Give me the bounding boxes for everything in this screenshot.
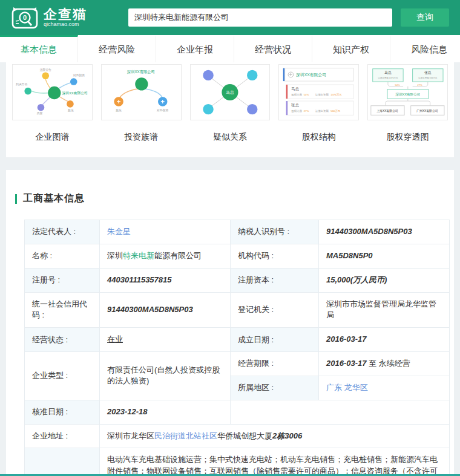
thumb-equity-penetration[interactable]: 马总 认缴出资额 1376万元 张总 认缴出资额 566万元 54% 27% 深… bbox=[367, 64, 448, 143]
table-row: 经营范围 :电动汽车充电基础设施运营；集中式快速充电站；机动车充电销售；充电桩销… bbox=[25, 448, 450, 476]
table-row: 注册号 :440301115357815注册资本 :15,000(万人民币) bbox=[25, 268, 450, 292]
field-value-text: 2栋3006 bbox=[272, 431, 302, 440]
table-row: 企业类型 :有限责任公司(自然人投资或控股的法人独资)经营期限 :2016-03… bbox=[25, 352, 450, 376]
thumb-enterprise-graph[interactable]: 深圳XX有限公司 法院公告 对外投资 判决文书 高管 股东 企业图谱 bbox=[12, 64, 93, 143]
svg-text:认缴出资额: 认缴出资额 bbox=[315, 93, 329, 96]
brand-domain: qichamao.com bbox=[44, 21, 87, 28]
svg-text:566万元: 566万元 bbox=[331, 109, 341, 112]
field-value-text: 特来电新 bbox=[123, 251, 154, 260]
equity-structure-icon: 深圳XX有限公司 马总 股权比例 54% 认缴出资额 1376万元 张总 股权比… bbox=[279, 65, 358, 120]
field-value: 电动汽车充电基础设施运营；集中式快速充电站；机动车充电销售；充电桩销售；新能源汽… bbox=[100, 448, 450, 476]
field-value: 朱金星 bbox=[100, 220, 231, 244]
svg-text:认缴出资额 566万元: 认缴出资额 566万元 bbox=[418, 77, 438, 79]
field-value: 深圳特来电新能源有限公司 bbox=[100, 244, 231, 268]
svg-text:股东: 股东 bbox=[116, 108, 122, 112]
svg-text:法院公告: 法院公告 bbox=[40, 68, 51, 72]
tab-operating-risk[interactable]: 经营风险 bbox=[78, 35, 156, 62]
svg-text:对外投资: 对外投资 bbox=[73, 73, 85, 77]
field-label: 企业类型 : bbox=[25, 352, 100, 400]
field-label: 企业地址 : bbox=[25, 424, 100, 448]
field-value-text: 至 永续经营 bbox=[367, 359, 410, 368]
field-value-link[interactable]: 广东 bbox=[326, 383, 342, 392]
field-value-text: 有限责任公司(自然人投资或控股的法人独资) bbox=[107, 365, 220, 386]
svg-text:27%: 27% bbox=[304, 109, 309, 112]
equity-penetration-icon: 马总 认缴出资额 1376万元 张总 认缴出资额 566万元 54% 27% 深… bbox=[368, 65, 447, 120]
thumb-caption: 股权穿透图 bbox=[367, 132, 448, 143]
field-value-text: 15,000(万人民币) bbox=[326, 275, 387, 284]
field-value-text: 华侨城创想大厦 bbox=[217, 431, 272, 440]
field-value: 深圳市市场监督管理局龙华监管局 bbox=[319, 292, 450, 328]
thumb-caption: 投资族谱 bbox=[101, 132, 182, 143]
svg-text:判决文书: 判决文书 bbox=[16, 82, 27, 86]
info-table-body: 法定代表人 :朱金星纳税人识别号 :91440300MA5D8N5P03名称 :… bbox=[25, 220, 450, 476]
field-label: 成立日期 : bbox=[231, 328, 319, 352]
svg-text:深圳XX有限公司: 深圳XX有限公司 bbox=[62, 91, 88, 96]
brand-name: 企查猫 bbox=[44, 8, 87, 21]
field-value-link[interactable]: 民治街道北站社区 bbox=[154, 431, 217, 440]
field-value-text: 91440300MA5D8N5P03 bbox=[326, 227, 412, 236]
field-label: 核准日期 : bbox=[25, 400, 100, 424]
svg-text:广州XX有限公司: 广州XX有限公司 bbox=[416, 109, 438, 112]
field-value-link[interactable]: 在业 bbox=[107, 334, 123, 344]
svg-text:对外投资: 对外投资 bbox=[157, 108, 168, 112]
svg-text:深圳XX有限公司: 深圳XX有限公司 bbox=[296, 73, 326, 77]
tab-annual-report[interactable]: 企业年报 bbox=[156, 35, 234, 62]
field-value: 广东 龙华区 bbox=[319, 376, 450, 400]
tab-risk-info[interactable]: 风险信息 bbox=[390, 35, 460, 62]
field-value-text: 深圳 bbox=[107, 251, 123, 260]
svg-text:0: 0 bbox=[23, 14, 27, 21]
field-label: 经营范围 : bbox=[25, 448, 100, 476]
thumb-suspected-relations[interactable]: 马总 疑似关系 bbox=[190, 64, 271, 143]
svg-text:张总: 张总 bbox=[424, 71, 432, 75]
field-value-text: 2016-03-17 bbox=[326, 359, 367, 368]
field-value-text: 2023-12-18 bbox=[107, 407, 148, 416]
thumb-equity-structure[interactable]: 深圳XX有限公司 马总 股权比例 54% 认缴出资额 1376万元 张总 股权比… bbox=[278, 64, 359, 143]
section-title-text: 工商基本信息 bbox=[23, 192, 85, 205]
svg-text:54%: 54% bbox=[304, 93, 309, 96]
svg-text:54%: 54% bbox=[395, 83, 401, 86]
business-info-card: 工商基本信息 法定代表人 :朱金星纳税人识别号 :91440300MA5D8N5… bbox=[6, 170, 454, 476]
tab-basic-info[interactable]: 基本信息 bbox=[0, 35, 78, 62]
svg-text:认缴出资额 1376万元: 认缴出资额 1376万元 bbox=[378, 77, 398, 79]
field-value: 15,000(万人民币) bbox=[319, 268, 450, 292]
field-label: 经营期限 : bbox=[231, 352, 319, 376]
field-value: 2023-12-18 bbox=[100, 400, 231, 424]
tab-operating-status[interactable]: 经营状况 bbox=[234, 35, 312, 62]
field-value: 440301115357815 bbox=[100, 268, 231, 292]
search-button[interactable]: 查询 bbox=[401, 8, 449, 27]
field-label: 经营状态 : bbox=[25, 328, 100, 352]
field-label: 纳税人识别号 : bbox=[231, 220, 319, 244]
enterprise-graph-icon: 深圳XX有限公司 法院公告 对外投资 判决文书 高管 股东 bbox=[13, 65, 92, 120]
suspected-relations-icon: 马总 bbox=[191, 65, 270, 120]
field-value: 有限责任公司(自然人投资或控股的法人独资) bbox=[100, 352, 231, 400]
svg-text:马总: 马总 bbox=[226, 90, 234, 94]
table-row: 法定代表人 :朱金星纳税人识别号 :91440300MA5D8N5P03 bbox=[25, 220, 450, 244]
field-value-link[interactable]: 朱金星 bbox=[107, 227, 131, 236]
section-accent-bar bbox=[15, 194, 17, 204]
thumb-investment-genealogy[interactable]: 深圳XX有限公司 股东 对外投资 投资族谱 bbox=[101, 64, 182, 143]
table-row: 经营状态 :在业成立日期 :2016-03-17 bbox=[25, 328, 450, 352]
svg-text:上海XX有限公司: 上海XX有限公司 bbox=[376, 109, 398, 113]
thumb-caption: 疑似关系 bbox=[190, 132, 271, 143]
info-table: 法定代表人 :朱金星纳税人识别号 :91440300MA5D8N5P03名称 :… bbox=[24, 220, 450, 476]
field-value: 91440300MA5D8N5P03 bbox=[100, 292, 231, 328]
field-value-text: 91440300MA5D8N5P03 bbox=[107, 305, 193, 314]
qichamao-logo[interactable]: 0 企查猫 qichamao.com bbox=[11, 5, 127, 30]
field-value-text: 2016-03-17 bbox=[326, 334, 367, 344]
investment-genealogy-icon: 深圳XX有限公司 股东 对外投资 bbox=[102, 65, 181, 120]
search-input[interactable] bbox=[128, 8, 392, 27]
tab-intellectual-property[interactable]: 知识产权 bbox=[312, 35, 390, 62]
field-value-link[interactable]: 龙华区 bbox=[344, 383, 368, 392]
field-value-text: 深圳市龙华区 bbox=[107, 431, 154, 440]
field-label: 注册号 : bbox=[25, 268, 100, 292]
svg-text:马总: 马总 bbox=[384, 71, 392, 74]
thumb-caption: 企业图谱 bbox=[12, 132, 93, 143]
svg-text:张总: 张总 bbox=[292, 103, 300, 108]
svg-text:股东: 股东 bbox=[68, 108, 74, 112]
graph-shortcuts-card: 深圳XX有限公司 法院公告 对外投资 判决文书 高管 股东 企业图谱 深圳XX有… bbox=[6, 62, 454, 157]
field-value: 深圳市龙华区民治街道北站社区华侨城创想大厦2栋3006 bbox=[100, 424, 450, 448]
svg-text:27%: 27% bbox=[418, 83, 423, 86]
table-row: 统一社会信用代码 :91440300MA5D8N5P03登记机关 :深圳市市场监… bbox=[25, 292, 450, 328]
svg-text:马总: 马总 bbox=[292, 86, 300, 91]
field-label: 机构代码 : bbox=[231, 244, 319, 268]
